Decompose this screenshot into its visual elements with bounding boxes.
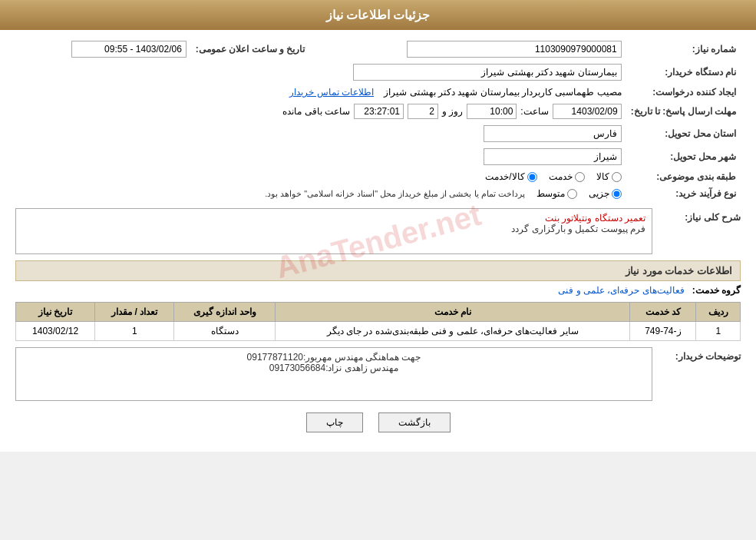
mohlatErsal-label: مهلت ارسال پاسخ: تا تاریخ: <box>626 101 741 122</box>
radio-khadamat-item: خدمت <box>549 171 585 182</box>
tabaqeBandi-label: طبقه بندی موضوعی: <box>626 168 741 185</box>
cell-kod: ز-74-749 <box>630 322 696 341</box>
buttons-row: بازگشت چاپ <box>15 412 741 432</box>
radio-kala-label: کالا <box>596 171 609 182</box>
contact-link[interactable]: اطلاعات تماس خریدار <box>289 87 374 98</box>
col-vahed: واحد اندازه گیری <box>174 303 276 322</box>
cell-vahed: دستگاه <box>174 322 276 341</box>
saat-input[interactable] <box>467 104 517 119</box>
ijadKonande-text: مصیب طهماسبی کاربردار بیمارستان شهید دکت… <box>384 87 621 98</box>
services-table: ردیف کد خدمت نام خدمت واحد اندازه گیری ت… <box>15 302 741 341</box>
mohlatErsal-value: ساعت: روز و ساعت باقی مانده <box>15 101 626 122</box>
khadamat-label: اطلاعات خدمات مورد نیاز <box>626 265 732 277</box>
toshih-line2: مهندس زاهدی نزاد:09173056684 <box>22 363 645 373</box>
farayand-text: پرداخت تمام یا بخشی از مبلغ خریداز محل "… <box>265 189 525 199</box>
ostanTahvil-value <box>15 122 626 145</box>
grooh-value[interactable]: فعالیت‌های حرفه‌ای، علمی و فنی <box>558 285 684 296</box>
sharhKoli-label: شرح کلی نیاز: <box>660 208 741 223</box>
sharh-line1: تعمیر دستگاه ونتیلاتور بنت <box>22 213 645 224</box>
saat-label: ساعت: <box>520 106 548 117</box>
shomareNiaz-input[interactable] <box>407 41 622 58</box>
radio-kala-item: کالا <box>596 171 622 182</box>
table-row: 1ز-74-749سایر فعالیت‌های حرفه‌ای، علمی و… <box>16 322 741 341</box>
page-wrapper: جزئیات اطلاعات نیاز AnaTender.net شماره … <box>0 0 756 452</box>
col-tarikh: تاریخ نیاز <box>16 303 95 322</box>
roz-input[interactable] <box>408 104 438 119</box>
radio-kalaKhadamat[interactable] <box>527 172 537 182</box>
radio-kalaKhadamat-item: کالا/خدمت <box>485 171 536 182</box>
ijadKonande-value: مصیب طهماسبی کاربردار بیمارستان شهید دکت… <box>15 84 626 101</box>
ostanTahvil-label: استان محل تحویل: <box>626 122 741 145</box>
cell-tarikh: 1403/02/12 <box>16 322 95 341</box>
btn-chap[interactable]: چاپ <box>306 412 363 432</box>
toshih-line1: جهت هماهنگی مهندس مهربور:09177871120 <box>22 352 645 363</box>
radio-khadamat[interactable] <box>575 172 585 182</box>
countdown-input[interactable] <box>354 104 404 119</box>
announcement-value <box>15 38 191 61</box>
btn-bazgasht[interactable]: بازگشت <box>378 412 451 432</box>
shahrTahvil-value <box>15 145 626 168</box>
sharh-line2: فرم پیوست تکمیل و بارگزاری گردد <box>22 224 645 234</box>
noefarayand-label: نوع فرآیند خرید: <box>626 185 741 202</box>
baghimandeh-label: ساعت باقی مانده <box>282 106 350 117</box>
shahrTahvil-label: شهر محل تحویل: <box>626 145 741 168</box>
sharh-box: تعمیر دستگاه ونتیلاتور بنت فرم پیوست تکم… <box>15 208 652 254</box>
main-content: AnaTender.net شماره نیاز: تاریخ و ساعت ا… <box>0 30 756 452</box>
shomareNiaz-value <box>309 38 626 61</box>
shomareNiaz-label: شماره نیاز: <box>626 38 741 61</box>
namDastgah-value <box>15 61 626 84</box>
info-table: شماره نیاز: تاریخ و ساعت اعلان عمومی: نا… <box>15 38 741 202</box>
cell-tedad: 1 <box>95 322 174 341</box>
announcement-input[interactable] <box>71 41 187 58</box>
khadamat-section-header: اطلاعات خدمات مورد نیاز <box>15 260 741 281</box>
col-radif: ردیف <box>696 303 741 322</box>
grooh-label: گروه خدمت: <box>692 285 741 296</box>
radio-mottavaset[interactable] <box>567 189 577 199</box>
radio-mottavaset-item: متوسط <box>536 188 577 199</box>
page-title: جزئیات اطلاعات نیاز <box>326 8 431 22</box>
radio-khadamat-label: خدمت <box>549 171 573 182</box>
shahr-input[interactable] <box>484 148 622 165</box>
namDastgah-label: نام دستگاه خریدار: <box>626 61 741 84</box>
announcement-label: تاریخ و ساعت اعلان عمومی: <box>191 38 309 61</box>
radio-kala[interactable] <box>612 172 622 182</box>
tabaqeBandi-value: کالا خدمت کالا/خدمت <box>15 168 626 185</box>
col-nam: نام خدمت <box>276 303 630 322</box>
noefarayand-value: جزیی متوسط پرداخت تمام یا بخشی از مبلغ خ… <box>15 185 626 202</box>
tosihKharidar-box: جهت هماهنگی مهندس مهربور:09177871120 مهن… <box>15 347 652 401</box>
tosihKharidar-label: توضیحات خریدار: <box>660 347 741 362</box>
radio-jozei[interactable] <box>612 189 622 199</box>
col-tedad: تعداد / مقدار <box>95 303 174 322</box>
date-input[interactable] <box>553 104 622 119</box>
namDastgah-input[interactable] <box>353 64 622 81</box>
col-kod: کد خدمت <box>630 303 696 322</box>
radio-jozei-label: جزیی <box>589 188 609 199</box>
ostan-input[interactable] <box>484 125 622 142</box>
cell-nam: سایر فعالیت‌های حرفه‌ای، علمی و فنی طبقه… <box>276 322 630 341</box>
ijadKonande-label: ایجاد کننده درخواست: <box>626 84 741 101</box>
cell-radif: 1 <box>696 322 741 341</box>
radio-jozei-item: جزیی <box>589 188 622 199</box>
radio-mottavaset-label: متوسط <box>536 188 565 199</box>
roz-label: روز و <box>442 106 463 117</box>
page-header: جزئیات اطلاعات نیاز <box>0 0 756 30</box>
radio-kalaKhadamat-label: کالا/خدمت <box>485 171 524 182</box>
